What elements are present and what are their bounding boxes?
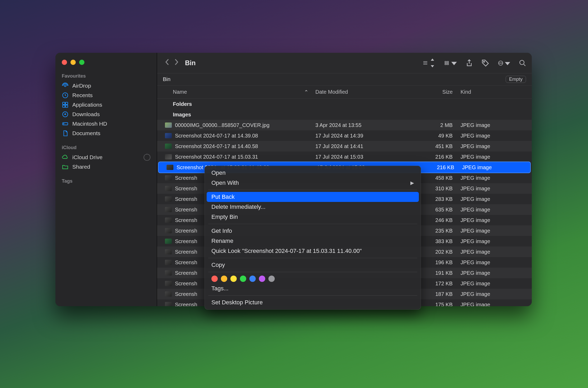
- menu-set-desktop[interactable]: Set Desktop Picture: [205, 297, 421, 307]
- file-thumbnail-icon: [165, 207, 172, 212]
- menu-open[interactable]: Open: [205, 168, 421, 178]
- menu-get-info[interactable]: Get Info: [205, 226, 421, 236]
- search-button[interactable]: [519, 60, 526, 67]
- file-thumbnail-icon: [167, 165, 173, 170]
- file-name: Screenshot 2024-07-17 at 14.40.58: [175, 143, 258, 149]
- menu-separator: [208, 190, 417, 190]
- sidebar-item-airdrop[interactable]: AirDrop: [55, 81, 157, 91]
- file-row[interactable]: Screenshot 2024-07-17 at 14.40.5817 Jul …: [157, 141, 532, 152]
- tag-color-dot[interactable]: [259, 276, 265, 282]
- file-kind: JPEG image: [458, 175, 532, 181]
- svg-point-20: [502, 63, 502, 63]
- tag-color-dot[interactable]: [230, 276, 237, 282]
- svg-rect-4: [63, 105, 65, 107]
- menu-delete-immediately[interactable]: Delete Immediately...: [205, 202, 421, 212]
- sidebar-section-favourites: Favourites: [55, 72, 157, 81]
- close-button[interactable]: [62, 60, 67, 65]
- tag-color-dot[interactable]: [211, 276, 218, 282]
- menu-empty-bin[interactable]: Empty Bin: [205, 212, 421, 222]
- menu-copy[interactable]: Copy: [205, 260, 421, 270]
- tag-button[interactable]: [482, 59, 489, 67]
- menu-open-with[interactable]: Open With ▶: [205, 178, 421, 188]
- sidebar-label: Shared: [72, 164, 90, 170]
- file-name: Screensh: [175, 291, 197, 297]
- tag-color-dot[interactable]: [268, 276, 275, 282]
- file-kind: JPEG image: [458, 228, 532, 234]
- cloud-icon: [62, 154, 69, 161]
- file-name: Screensh: [175, 228, 197, 234]
- sidebar-section-icloud: iCloud: [55, 144, 157, 153]
- file-kind: JPEG image: [458, 238, 532, 244]
- window-title: Bin: [185, 59, 196, 67]
- empty-bin-button[interactable]: Empty: [506, 76, 526, 83]
- file-name: Screensh: [175, 270, 197, 276]
- file-kind: JPEG image: [459, 164, 530, 171]
- sidebar-item-recents[interactable]: Recents: [55, 91, 157, 100]
- menu-tags[interactable]: Tags...: [205, 283, 421, 294]
- column-header-kind[interactable]: Kind: [458, 89, 532, 95]
- sidebar-item-macintosh-hd[interactable]: Macintosh HD: [55, 119, 157, 129]
- svg-rect-3: [65, 102, 68, 105]
- file-thumbnail-icon: [165, 270, 172, 276]
- location-label: Bin: [163, 76, 170, 82]
- group-button[interactable]: [444, 60, 457, 66]
- share-button[interactable]: [466, 59, 473, 67]
- menu-separator: [208, 295, 417, 296]
- file-kind: JPEG image: [458, 249, 532, 255]
- svg-rect-14: [445, 63, 446, 65]
- file-kind: JPEG image: [458, 154, 532, 160]
- tag-color-row: [205, 274, 421, 283]
- svg-rect-12: [445, 61, 446, 63]
- sidebar-item-applications[interactable]: Applications: [55, 100, 157, 110]
- tag-color-dot[interactable]: [240, 276, 246, 282]
- svg-point-0: [64, 85, 66, 87]
- svg-point-18: [499, 63, 500, 63]
- action-button[interactable]: [498, 60, 510, 66]
- downloads-icon: [62, 111, 69, 118]
- clock-icon: [62, 92, 69, 99]
- sidebar-section-tags: Tags: [55, 177, 157, 186]
- menu-quick-look[interactable]: Quick Look "Screenshot 2024-07-17 at 15.…: [205, 246, 421, 256]
- file-row[interactable]: 00000IMG_00000...858507_COVER.jpg3 Apr 2…: [157, 120, 532, 130]
- view-list-button[interactable]: [423, 58, 435, 68]
- svg-point-8: [64, 124, 64, 124]
- menu-rename[interactable]: Rename: [205, 236, 421, 246]
- svg-point-19: [500, 63, 501, 63]
- svg-rect-2: [63, 102, 65, 105]
- sidebar-item-downloads[interactable]: Downloads: [55, 110, 157, 119]
- svg-point-21: [520, 60, 524, 65]
- file-kind: JPEG image: [458, 270, 532, 276]
- file-row[interactable]: Screenshot 2024-07-17 at 14.39.0817 Jul …: [157, 130, 532, 141]
- column-header-name[interactable]: Name ⌃: [157, 89, 313, 95]
- file-kind: JPEG image: [458, 186, 532, 192]
- menu-separator: [208, 272, 417, 272]
- context-menu: Open Open With ▶ Put Back Delete Immedia…: [205, 166, 421, 310]
- tag-color-dot[interactable]: [249, 276, 256, 282]
- airdrop-icon: [62, 82, 69, 89]
- menu-separator: [208, 258, 417, 258]
- sidebar-item-shared[interactable]: Shared: [55, 162, 157, 172]
- submenu-arrow-icon: ▶: [410, 180, 414, 186]
- file-row[interactable]: Screenshot 2024-07-17 at 15.03.3117 Jul …: [157, 152, 532, 162]
- file-kind: JPEG image: [458, 291, 532, 297]
- menu-separator: [208, 224, 417, 224]
- file-thumbnail-icon: [165, 260, 172, 265]
- fullscreen-button[interactable]: [79, 60, 84, 65]
- minimize-button[interactable]: [70, 60, 76, 65]
- file-name: Screensh: [175, 207, 197, 213]
- column-header-size[interactable]: Size: [408, 89, 458, 95]
- column-header-date[interactable]: Date Modified: [313, 89, 408, 95]
- file-kind: JPEG image: [458, 217, 532, 223]
- forward-button[interactable]: [172, 59, 181, 67]
- menu-put-back[interactable]: Put Back: [207, 192, 419, 202]
- file-thumbnail-icon: [165, 133, 172, 138]
- sidebar-item-icloud-drive[interactable]: iCloud Drive: [55, 153, 157, 162]
- file-thumbnail-icon: [165, 186, 172, 191]
- sidebar-item-documents[interactable]: Documents: [55, 129, 157, 138]
- file-thumbnail-icon: [165, 217, 172, 223]
- file-kind: JPEG image: [458, 133, 532, 139]
- tag-color-dot[interactable]: [221, 276, 227, 282]
- back-button[interactable]: [163, 59, 172, 67]
- file-name: Screensh: [175, 186, 197, 192]
- column-header-row: Name ⌃ Date Modified Size Kind: [157, 86, 532, 99]
